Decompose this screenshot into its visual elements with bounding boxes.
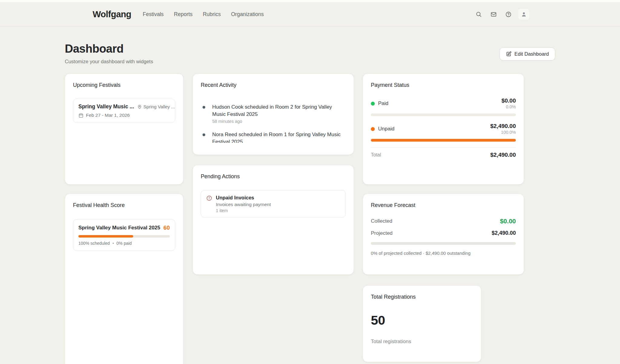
calendar-icon bbox=[78, 113, 84, 118]
registrations-caption: Total registrations bbox=[371, 339, 473, 345]
collected-label: Collected bbox=[371, 218, 392, 224]
total-registrations-card: Total Registrations 50 Total registratio… bbox=[363, 285, 481, 362]
health-festival-name: Spring Valley Music Festival 2025 bbox=[78, 225, 160, 231]
collected-row: Collected $0.00 bbox=[371, 218, 516, 225]
health-progress-bar bbox=[78, 235, 170, 238]
pending-action-item[interactable]: Unpaid Invoices Invoices awaiting paymen… bbox=[201, 190, 346, 218]
unpaid-row: Unpaid $2,490.00 100.0% bbox=[371, 123, 516, 135]
payment-status-title: Payment Status bbox=[371, 82, 516, 88]
festival-dates: Feb 27 - Mar 1, 2026 bbox=[78, 113, 170, 118]
unpaid-dot-icon bbox=[371, 127, 375, 131]
edit-pencil-icon bbox=[506, 51, 512, 57]
paid-row: Paid $0.00 0.0% bbox=[371, 97, 516, 110]
dot-separator-icon bbox=[113, 243, 114, 244]
revenue-footnote: 0% of projected collected · $2,490.00 ou… bbox=[371, 251, 516, 256]
health-meta: 100% scheduled 0% paid bbox=[78, 241, 170, 246]
search-icon[interactable] bbox=[474, 9, 483, 19]
pending-item-count: 1 item bbox=[216, 208, 271, 213]
nav-rubrics[interactable]: Rubrics bbox=[203, 11, 221, 18]
unpaid-label: Unpaid bbox=[378, 126, 394, 132]
page-title: Dashboard bbox=[65, 42, 124, 55]
paid-amount: $0.00 bbox=[501, 97, 516, 104]
header-icons bbox=[474, 2, 529, 26]
collected-amount: $0.00 bbox=[500, 218, 516, 225]
bullet-dot-icon bbox=[203, 106, 205, 109]
festival-dates-label: Feb 27 - Mar 1, 2026 bbox=[86, 113, 130, 118]
projected-row: Projected $2,490.00 bbox=[371, 230, 516, 236]
total-amount: $2,490.00 bbox=[490, 152, 516, 158]
edit-dashboard-button[interactable]: Edit Dashboard bbox=[500, 48, 555, 61]
nav-reports[interactable]: Reports bbox=[174, 11, 193, 18]
projected-amount: $2,490.00 bbox=[492, 230, 516, 236]
header: Wolfgang Festivals Reports Rubrics Organ… bbox=[0, 0, 620, 27]
recent-activity-title: Recent Activity bbox=[201, 82, 346, 88]
health-score-value: 60 bbox=[163, 225, 170, 231]
user-icon[interactable] bbox=[518, 9, 529, 20]
unpaid-amount: $2,490.00 bbox=[490, 123, 516, 130]
total-label: Total bbox=[371, 152, 381, 158]
activity-timestamp: 58 minutes ago bbox=[212, 119, 342, 124]
paid-percent: 0.0% bbox=[501, 104, 516, 110]
payment-status-card: Payment Status Paid $0.00 0.0% Unpaid $2… bbox=[363, 74, 524, 185]
payment-total-row: Total $2,490.00 bbox=[371, 152, 516, 158]
recent-activity-card: Recent Activity Hudson Cook scheduled in… bbox=[193, 74, 354, 155]
location-pin-icon bbox=[137, 104, 142, 109]
revenue-forecast-title: Revenue Forecast bbox=[371, 202, 516, 208]
recent-activity-list[interactable]: Hudson Cook scheduled in Room 2 for Spri… bbox=[201, 103, 346, 143]
health-list-item[interactable]: Spring Valley Music Festival 2025 60 100… bbox=[73, 219, 175, 251]
festival-health-card: Festival Health Score Spring Valley Musi… bbox=[65, 194, 183, 364]
alert-circle-icon bbox=[206, 195, 212, 213]
paid-progress-bar bbox=[371, 113, 516, 116]
unpaid-percent: 100.0% bbox=[490, 130, 516, 135]
main-nav: Festivals Reports Rubrics Organizations bbox=[143, 11, 264, 18]
bullet-dot-icon bbox=[203, 133, 205, 136]
edit-dashboard-label: Edit Dashboard bbox=[514, 51, 549, 57]
registrations-count: 50 bbox=[371, 313, 473, 328]
festival-location: Spring Valley ... bbox=[137, 104, 175, 109]
mail-icon[interactable] bbox=[489, 9, 498, 19]
divider bbox=[371, 147, 516, 148]
nav-organizations[interactable]: Organizations bbox=[231, 11, 264, 18]
projected-label: Projected bbox=[371, 230, 393, 236]
activity-text: Hudson Cook scheduled in Room 2 for Spri… bbox=[212, 103, 342, 118]
revenue-progress-bar bbox=[371, 242, 516, 245]
paid-dot-icon bbox=[371, 102, 375, 106]
pending-item-title: Unpaid Invoices bbox=[216, 195, 271, 201]
activity-item: Nora Reed scheduled in Room 1 for Spring… bbox=[201, 131, 342, 143]
activity-text: Nora Reed scheduled in Room 1 for Spring… bbox=[212, 131, 342, 143]
upcoming-festivals-title: Upcoming Festivals bbox=[73, 82, 175, 88]
unpaid-progress-bar bbox=[371, 139, 516, 142]
page-subtitle: Customize your dashboard with widgets bbox=[65, 59, 153, 64]
activity-item: Hudson Cook scheduled in Room 2 for Spri… bbox=[201, 103, 342, 124]
health-paid-label: 0% paid bbox=[117, 241, 132, 246]
health-scheduled-label: 100% scheduled bbox=[78, 241, 110, 246]
paid-label: Paid bbox=[378, 100, 388, 107]
pending-item-subtitle: Invoices awaiting payment bbox=[216, 201, 271, 208]
festival-list-item[interactable]: Spring Valley Music ... Spring Valley ..… bbox=[73, 99, 175, 123]
pending-actions-title: Pending Actions bbox=[201, 173, 346, 180]
total-registrations-title: Total Registrations bbox=[371, 293, 473, 300]
help-icon[interactable] bbox=[503, 9, 513, 19]
brand-logo[interactable]: Wolfgang bbox=[93, 9, 131, 19]
nav-festivals[interactable]: Festivals bbox=[143, 11, 164, 18]
unpaid-progress-fill bbox=[371, 139, 516, 142]
upcoming-festivals-card: Upcoming Festivals Spring Valley Music .… bbox=[65, 74, 183, 185]
festival-name: Spring Valley Music ... bbox=[78, 103, 134, 110]
health-progress-fill bbox=[78, 235, 133, 238]
festival-health-title: Festival Health Score bbox=[73, 202, 175, 208]
revenue-forecast-card: Revenue Forecast Collected $0.00 Project… bbox=[363, 194, 524, 275]
pending-actions-card: Pending Actions Unpaid Invoices Invoices… bbox=[193, 165, 354, 275]
top-strip bbox=[0, 0, 620, 2]
festival-location-label: Spring Valley ... bbox=[143, 104, 175, 109]
